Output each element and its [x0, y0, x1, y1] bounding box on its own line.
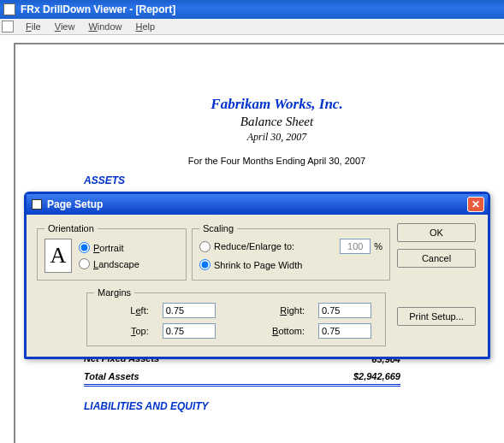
- dialog-titlebar[interactable]: Page Setup ✕: [27, 194, 488, 215]
- margin-top-label: Top:: [94, 326, 149, 336]
- close-icon[interactable]: ✕: [467, 197, 484, 212]
- portrait-label[interactable]: Portrait: [93, 243, 123, 253]
- app-icon: [3, 3, 15, 15]
- report-title: Balance Sheet: [84, 115, 470, 129]
- portrait-radio[interactable]: [79, 242, 90, 253]
- margin-right-input[interactable]: [318, 303, 371, 318]
- dialog-title: Page Setup: [47, 198, 103, 210]
- report-period: For the Four Months Ending April 30, 200…: [84, 156, 470, 166]
- shrink-radio[interactable]: [199, 259, 210, 270]
- landscape-label[interactable]: Landscape: [93, 259, 139, 269]
- ok-button[interactable]: OK: [397, 223, 476, 242]
- percent-sign: %: [374, 241, 382, 251]
- row-label: Total Assets: [84, 371, 139, 381]
- window-title: FRx DrillDown Viewer - [Report]: [21, 3, 175, 15]
- margin-bottom-label: Bottom:: [236, 326, 305, 336]
- section-assets: ASSETS: [84, 174, 470, 186]
- scaling-legend: Scaling: [199, 223, 237, 233]
- report-date: April 30, 2007: [84, 131, 470, 144]
- window-titlebar: FRx DrillDown Viewer - [Report]: [0, 0, 504, 19]
- menu-window[interactable]: Window: [81, 20, 128, 33]
- double-rule: [84, 384, 400, 387]
- margins-group: Margins Left: Right: Top: Bottom:: [86, 287, 386, 346]
- margin-top-input[interactable]: [163, 323, 216, 339]
- scaling-group: Scaling Reduce/Enlarge to: 100 % Shrink …: [192, 223, 390, 281]
- document-icon: [2, 21, 14, 32]
- orientation-group: Orientation A Portrait Landscape: [37, 223, 187, 281]
- landscape-radio[interactable]: [79, 258, 90, 269]
- orientation-icon: A: [44, 239, 72, 273]
- margin-right-label: Right:: [236, 305, 305, 316]
- margins-legend: Margins: [94, 287, 134, 298]
- menubar: File View Window Help: [0, 19, 504, 35]
- row-amount: $2,942,669: [332, 371, 400, 381]
- menu-view[interactable]: View: [48, 20, 82, 33]
- margin-left-input[interactable]: [163, 303, 216, 318]
- section-liabilities: LIABILITIES AND EQUITY: [84, 400, 470, 412]
- margin-left-label: Left:: [94, 305, 149, 316]
- menu-help[interactable]: Help: [129, 20, 163, 33]
- cancel-button[interactable]: Cancel: [397, 249, 476, 268]
- report-company: Fabrikam Works, Inc.: [84, 96, 470, 113]
- row-total-assets: Total Assets $2,942,669: [84, 370, 400, 382]
- margin-bottom-input[interactable]: [318, 323, 371, 339]
- shrink-label[interactable]: Shrink to Page Width: [214, 260, 302, 270]
- reduce-enlarge-label[interactable]: Reduce/Enlarge to:: [214, 241, 294, 251]
- scale-percent-input[interactable]: 100: [340, 239, 371, 254]
- print-setup-button[interactable]: Print Setup...: [397, 307, 476, 326]
- orientation-legend: Orientation: [44, 223, 98, 233]
- reduce-enlarge-radio[interactable]: [199, 241, 210, 252]
- menu-file[interactable]: File: [19, 20, 48, 33]
- dialog-icon: [32, 199, 42, 210]
- page-setup-dialog: Page Setup ✕ Orientation A Portrait: [24, 192, 490, 359]
